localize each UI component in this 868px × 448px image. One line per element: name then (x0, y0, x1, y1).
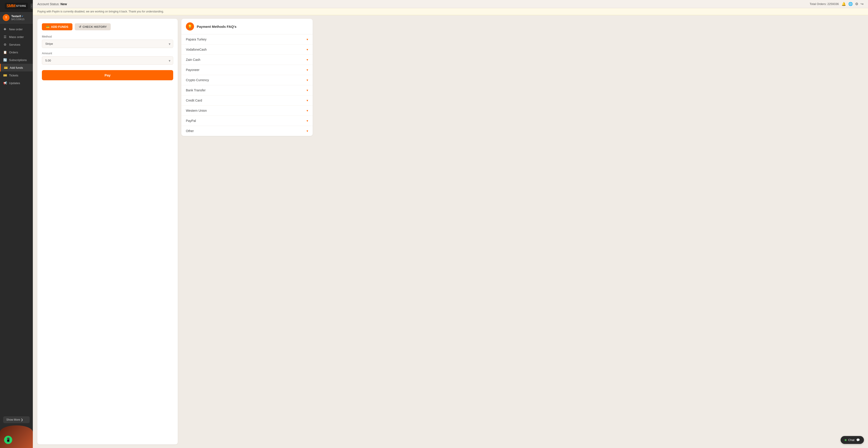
new-order-icon: ✚ (3, 27, 7, 31)
orders-icon: 📋 (3, 50, 7, 54)
faq-item-label: Payoneer (186, 68, 199, 72)
logo-text: SMM (6, 4, 16, 8)
faq-item-label: Other (186, 129, 194, 133)
sidebar-item-subscriptions[interactable]: 🔄 Subscriptions (0, 56, 33, 64)
subscriptions-icon: 🔄 (3, 58, 7, 62)
method-select-wrapper: Stripe PayPal Crypto Bank Transfer (42, 40, 173, 48)
show-more-button[interactable]: Show More ❯ (3, 416, 30, 423)
chevron-down-icon: ▾ (307, 58, 308, 62)
check-history-button[interactable]: ↺ CHECK HISTORY (75, 23, 111, 30)
user-name: Testarif ✔ (11, 15, 25, 18)
sidebar-item-label: Subscriptions (9, 58, 27, 62)
faq-item-crypto[interactable]: Crypto Currency ▾ (181, 75, 313, 85)
globe-icon[interactable]: 🌐 (848, 2, 853, 6)
topbar-right: Total Orders: 2259336 🔔 🌐 ⚙ ↪ (810, 2, 864, 6)
method-label: Method (42, 35, 173, 38)
chevron-down-icon: ▾ (307, 129, 308, 133)
faq-item-other[interactable]: Other ▾ (181, 126, 313, 136)
sidebar-logo: SMM STORE ‹ (0, 0, 33, 12)
sidebar-item-mass-order[interactable]: ☰ Mass order (0, 33, 33, 41)
sidebar-item-add-funds[interactable]: 💳 Add funds (0, 64, 33, 71)
method-group: Method Stripe PayPal Crypto Bank Transfe… (42, 35, 173, 48)
sidebar-nav: ✚ New order ☰ Mass order ⚙ Services 📋 Or… (0, 24, 33, 414)
faq-item-credit-card[interactable]: Credit Card ▾ (181, 96, 313, 106)
lightbulb-icon: 💡 (188, 25, 192, 29)
chevron-down-icon: ▾ (307, 119, 308, 123)
chevron-down-icon: ▾ (307, 99, 308, 102)
amount-select[interactable]: 5.00 10.00 20.00 50.00 (42, 56, 173, 65)
faq-item-label: VodafoneCash (186, 48, 207, 51)
avatar: T (3, 14, 9, 21)
add-funds-icon: 💳 (46, 25, 50, 29)
faq-icon: 💡 (186, 23, 194, 31)
faq-item-vodafone[interactable]: VodafoneCash ▾ (181, 44, 313, 55)
sidebar-item-label: Mass order (9, 35, 24, 39)
faq-item-label: Papara Turkey (186, 38, 207, 41)
faq-item-label: Zain Cash (186, 58, 200, 62)
sidebar-item-label: Updates (9, 81, 20, 85)
pay-button[interactable]: Pay (42, 70, 173, 80)
faq-card: 💡 Payment Methods FAQ's Papara Turkey ▾ … (181, 19, 313, 136)
faq-item-western-union[interactable]: Western Union ▾ (181, 106, 313, 116)
sidebar-user: T Testarif ✔ $43.539615 (0, 12, 33, 24)
amount-select-wrapper: 5.00 10.00 20.00 50.00 (42, 56, 173, 65)
faq-item-label: Western Union (186, 109, 207, 112)
chat-button[interactable]: Chat 💬 (841, 436, 864, 444)
topbar-icons: 🔔 🌐 ⚙ ↪ (841, 2, 864, 6)
faq-item-bank[interactable]: Bank Transfer ▾ (181, 85, 313, 96)
chat-label: Chat (848, 438, 855, 442)
add-funds-card: 💳 ADD FUNDS ↺ CHECK HISTORY Method Strip… (37, 19, 178, 444)
account-status: Account Status: New (37, 2, 67, 6)
faq-header: 💡 Payment Methods FAQ's (181, 19, 313, 34)
whatsapp-button[interactable]: 📱 (4, 436, 12, 444)
sidebar-decoration (0, 425, 33, 448)
chat-bubble-icon: 💬 (856, 438, 860, 442)
sidebar-item-orders[interactable]: 📋 Orders (0, 48, 33, 56)
tickets-icon: 🎫 (3, 73, 7, 77)
user-info: Testarif ✔ $43.539615 (11, 15, 25, 21)
account-status-value: New (60, 2, 67, 6)
chevron-down-icon: ▾ (307, 89, 308, 92)
notification-icon[interactable]: 🔔 (841, 2, 846, 6)
amount-label: Amount (42, 51, 173, 55)
add-funds-label: ADD FUNDS (51, 25, 68, 29)
method-select[interactable]: Stripe PayPal Crypto Bank Transfer (42, 40, 173, 48)
chevron-down-icon: ▾ (307, 109, 308, 112)
faq-item-payoneer[interactable]: Payoneer ▾ (181, 65, 313, 75)
sidebar-item-tickets[interactable]: 🎫 Tickets (0, 71, 33, 79)
sidebar-item-label: New order (9, 28, 23, 31)
add-funds-icon: 💳 (4, 66, 7, 69)
user-balance: $43.539615 (11, 18, 25, 21)
show-more-section: Show More ❯ (0, 414, 33, 425)
services-icon: ⚙ (3, 43, 7, 46)
faq-item-zain[interactable]: Zain Cash ▾ (181, 55, 313, 65)
sidebar-item-services[interactable]: ⚙ Services (0, 41, 33, 48)
pay-label: Pay (104, 73, 111, 77)
faq-title: Payment Methods FAQ's (197, 25, 236, 29)
logout-icon[interactable]: ↪ (861, 2, 864, 6)
sidebar: SMM STORE ‹ T Testarif ✔ $43.539615 ✚ Ne… (0, 0, 33, 448)
sidebar-item-label: Orders (9, 51, 18, 54)
sidebar-item-label: Add funds (10, 66, 23, 69)
faq-item-label: Credit Card (186, 99, 202, 102)
mass-order-icon: ☰ (3, 35, 7, 39)
amount-group: Amount 5.00 10.00 20.00 50.00 (42, 51, 173, 65)
chevron-down-icon: ▾ (307, 78, 308, 82)
faq-item-papara[interactable]: Papara Turkey ▾ (181, 34, 313, 44)
topbar: Account Status: New Total Orders: 225933… (33, 0, 868, 8)
notice-bar: Paying with Paytm is currently disabled,… (33, 8, 868, 15)
faq-item-paypal[interactable]: PayPal ▾ (181, 116, 313, 126)
content-area: 💳 ADD FUNDS ↺ CHECK HISTORY Method Strip… (33, 15, 868, 448)
add-funds-button[interactable]: 💳 ADD FUNDS (42, 23, 72, 30)
check-history-label: CHECK HISTORY (83, 25, 107, 29)
faq-item-label: Crypto Currency (186, 78, 209, 82)
whatsapp-icon: 📱 (6, 437, 11, 442)
sidebar-item-updates[interactable]: 📢 Updates (0, 79, 33, 87)
chat-online-indicator (845, 439, 846, 441)
sidebar-item-label: Tickets (9, 74, 18, 77)
sidebar-collapse-button[interactable]: ‹ (31, 3, 33, 9)
history-icon: ↺ (79, 25, 81, 29)
sidebar-item-new-order[interactable]: ✚ New order (0, 25, 33, 33)
settings-icon[interactable]: ⚙ (855, 2, 858, 6)
total-orders-text: Total Orders: 2259336 (810, 2, 839, 6)
